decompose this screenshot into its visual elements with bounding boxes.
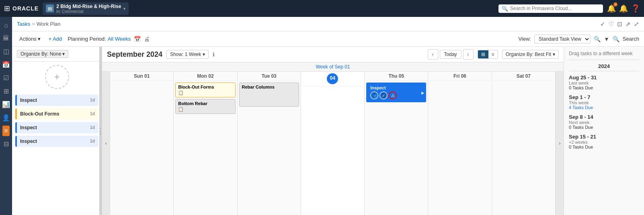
task-card-name: Inspect — [20, 125, 37, 130]
notification-icon[interactable]: 🔔 ! — [607, 4, 616, 13]
sidebar-layers-icon[interactable]: ◫ — [2, 46, 11, 57]
info-icon[interactable]: ℹ — [213, 52, 215, 58]
week-range-sub: Last week — [569, 81, 639, 85]
expand-icon[interactable]: ⤢ — [634, 21, 639, 28]
list-item[interactable]: Inspect 1d — [15, 95, 98, 106]
planning-period-value[interactable]: All Weeks — [108, 36, 131, 42]
week-range-aug25[interactable]: Aug 25 - 31 Last week 0 Tasks Due — [569, 74, 639, 90]
task-card-duration: 1d — [90, 139, 95, 143]
week-range-sep1[interactable]: Sep 1 - 7 This week 4 Tasks Due — [569, 94, 639, 110]
sidebar-building-icon[interactable]: 🏛 — [1, 33, 11, 43]
cal-task-bottomrebar[interactable]: Bottom Rebar 📋 — [175, 99, 235, 114]
cal-task-name: Bottom Rebar — [178, 101, 232, 106]
global-search-input[interactable] — [510, 6, 600, 11]
help-icon[interactable]: ❓ — [631, 4, 640, 13]
week-of-header: Week of Sep 01 — [102, 62, 564, 72]
window-icon[interactable]: ⊡ — [617, 21, 622, 28]
day-col-tue: Tue 03 Rebar Columns — [238, 72, 301, 215]
print-icon[interactable]: 🖨 — [144, 36, 150, 42]
task-card-duration: 1d — [90, 97, 95, 102]
breadcrumb-tasks[interactable]: Tasks — [17, 21, 30, 27]
right-panel: Drag tasks to a different week 2024 Aug … — [564, 47, 644, 215]
list-view-button[interactable]: ≡ — [488, 50, 498, 58]
view-select[interactable]: Standard Task View — [534, 35, 591, 43]
show-week-select[interactable]: Show: 1 Week▾ — [166, 50, 209, 59]
week-range-sep8[interactable]: Sep 8 - 14 Next week 0 Tasks Due — [569, 114, 639, 130]
week-range-tasks: 0 Tasks Due — [569, 125, 639, 130]
scroll-left-button[interactable]: ‹ — [102, 72, 110, 215]
resize-handle[interactable]: ⋮ — [99, 47, 102, 215]
task-card-name: Block-Out Forms — [20, 111, 59, 117]
week-range-title: Sep 8 - 14 — [569, 114, 639, 120]
alert-icon[interactable]: 🔔 — [619, 4, 628, 13]
sidebar-grid-icon[interactable]: ⊞ — [2, 86, 10, 97]
share-icon[interactable]: ⇗ — [626, 21, 631, 28]
scroll-right-button[interactable]: › — [556, 72, 564, 215]
global-search[interactable]: 🔍 — [498, 4, 603, 13]
list-item[interactable]: Inspect 1d — [15, 136, 98, 147]
organize-best-fit-button[interactable]: Organize By: Best Fit▾ — [502, 50, 559, 59]
sidebar-person-icon[interactable]: 👤 — [0, 112, 12, 123]
calendar-area: September 2024 Show: 1 Week▾ ℹ ‹ Today ›… — [102, 47, 564, 215]
search-label[interactable]: Search — [623, 36, 639, 42]
day-header-fri: Fri 06 — [430, 73, 490, 81]
sidebar-checklist-icon[interactable]: ☑ — [2, 72, 10, 83]
task-card-duration: 1d — [90, 111, 95, 116]
top-nav: ⊞ ORACLE 🏢 2 Bldg Mid-Rise & High-Rise I… — [0, 0, 644, 17]
left-panel-header: Organize By: None▾ — [12, 47, 102, 62]
prev-week-button[interactable]: ‹ — [428, 49, 438, 60]
add-task-button[interactable]: + — [45, 65, 69, 89]
drag-hint: Drag tasks to a different week — [569, 51, 639, 56]
filter-icon[interactable]: 🔍 — [594, 36, 601, 42]
project-name: 2 Bldg Mid-Rise & High-Rise — [56, 4, 121, 9]
add-button[interactable]: + Add — [46, 35, 65, 43]
week-range-title: Sep 1 - 7 — [569, 94, 639, 100]
heart-icon[interactable]: ♡ — [609, 21, 614, 28]
cal-task-inspect[interactable]: Inspect 👥 ✓ ⚠ ▶ — [366, 83, 426, 102]
sidebar-calendar-icon[interactable]: 📅 — [0, 59, 12, 70]
list-item[interactable]: Block-Out Forms 1d — [15, 108, 98, 120]
list-item[interactable]: Inspect 1d — [15, 122, 98, 133]
actions-button[interactable]: Actions▾ — [17, 35, 43, 43]
grid-app-icon[interactable]: ⊞ — [4, 4, 10, 13]
day-col-thu: Thu 05 Inspect 👥 ✓ ⚠ ▶ — [365, 72, 428, 215]
week-range-sep15[interactable]: Sep 15 - 21 +2 weeks 0 Tasks Due — [569, 134, 639, 149]
week-range-sub: +2 weeks — [569, 140, 639, 145]
search-icon[interactable]: 🔍 — [613, 36, 619, 42]
task-card-name: Inspect — [20, 139, 37, 144]
next-week-button[interactable]: › — [463, 49, 474, 60]
week-range-sub: This week — [569, 100, 639, 105]
sidebar-table-icon[interactable]: ⊟ — [2, 139, 10, 149]
breadcrumb-sep: > — [32, 21, 35, 27]
planning-period-label: Planning Period: — [68, 36, 106, 42]
project-dropdown-icon: ▾ — [123, 6, 125, 11]
day-header-mon: Mon 02 — [175, 73, 235, 81]
calendar-picker-icon[interactable]: 📅 — [134, 36, 141, 42]
day-col-sat: Sat 07 — [492, 72, 556, 215]
checkmark-icon[interactable]: ✓ — [600, 21, 605, 28]
sidebar-list-icon[interactable]: ≡ — [2, 126, 9, 136]
sidebar-chart-icon[interactable]: 📊 — [0, 99, 12, 110]
calendar-view-button[interactable]: ⊞ — [478, 50, 488, 58]
checkmark-action-icon: ✓ — [379, 91, 388, 99]
week-range-tasks: 0 Tasks Due — [569, 85, 639, 90]
cal-task-rebarcolumns[interactable]: Rebar Columns — [239, 83, 299, 107]
funnel-icon[interactable]: ▼ — [604, 36, 609, 42]
nav-icons: 🔔 ! 🔔 ❓ — [607, 4, 640, 13]
task-card-name: Inspect — [20, 97, 37, 103]
calendar-header-bar: September 2024 Show: 1 Week▾ ℹ ‹ Today ›… — [102, 47, 564, 62]
sidebar-home-icon[interactable]: ⌂ — [2, 20, 10, 31]
day-header-sun: Sun 01 — [112, 73, 172, 81]
organize-by-button[interactable]: Organize By: None▾ — [17, 50, 68, 58]
project-selector[interactable]: 🏢 2 Bldg Mid-Rise & High-Rise In: Commer… — [43, 2, 129, 15]
day-col-sun: Sun 01 — [110, 72, 174, 215]
today-button[interactable]: Today — [440, 50, 461, 59]
sidebar: ⌂ 🏛 ◫ 📅 ☑ ⊞ 📊 👤 ≡ ⊟ — [0, 17, 12, 215]
left-panel: Organize By: None▾ + Inspect 1d Block-Ou… — [12, 47, 102, 215]
project-sub: In: Commercial — [56, 9, 121, 14]
warning-icon: ⚠ — [389, 91, 397, 99]
task-end-marker: ▶ — [421, 90, 425, 95]
day-header-wed: 04 — [327, 73, 338, 85]
cal-task-blockout[interactable]: Block-Out Forms 📋 — [175, 83, 235, 97]
week-range-tasks: 4 Tasks Due — [569, 105, 639, 110]
